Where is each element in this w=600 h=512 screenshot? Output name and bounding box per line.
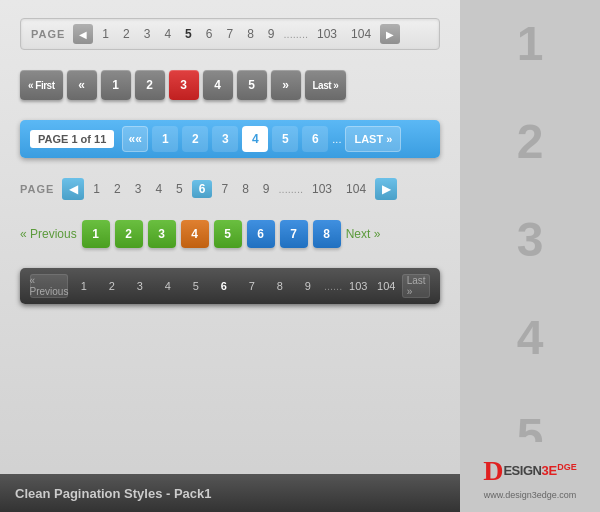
page-4-104[interactable]: 104 bbox=[341, 180, 371, 198]
brand-3edge: 3EDGE bbox=[541, 462, 576, 478]
dark-5[interactable]: 5 bbox=[184, 274, 208, 298]
page-1-104[interactable]: 104 bbox=[346, 25, 376, 43]
dark-dots: ...... bbox=[324, 280, 342, 292]
pagination-row-2: « First « 1 2 3 4 5 » Last » bbox=[20, 70, 440, 100]
page-4-7[interactable]: 7 bbox=[216, 180, 233, 198]
pagination-row-1: PAGE ◀ 1 2 3 4 5 6 7 8 9 ........ 103 10… bbox=[20, 18, 440, 50]
page-4-2[interactable]: 2 bbox=[109, 180, 126, 198]
brand-d: D bbox=[483, 455, 503, 487]
dark-7[interactable]: 7 bbox=[240, 274, 264, 298]
next-arrow-1[interactable]: ▶ bbox=[380, 24, 400, 44]
page-5-8[interactable]: 8 bbox=[313, 220, 341, 248]
page-1-3[interactable]: 3 bbox=[139, 25, 156, 43]
page-1-4[interactable]: 4 bbox=[159, 25, 176, 43]
page-2-4[interactable]: 4 bbox=[203, 70, 233, 100]
brand-esign: ESIGN bbox=[503, 463, 541, 478]
page-label-4: PAGE bbox=[20, 183, 54, 195]
pagination-row-3: PAGE 1 of 11 «« 1 2 3 4 5 6 ... LAST » bbox=[20, 120, 440, 158]
page-4-103[interactable]: 103 bbox=[307, 180, 337, 198]
next-arrow-4[interactable]: ▶ bbox=[375, 178, 397, 200]
blue-prev[interactable]: «« bbox=[122, 126, 148, 152]
page-4-5[interactable]: 5 bbox=[171, 180, 188, 198]
main-content: PAGE ◀ 1 2 3 4 5 6 7 8 9 ........ 103 10… bbox=[0, 0, 460, 512]
dots-1: ........ bbox=[284, 28, 308, 40]
blue-1[interactable]: 1 bbox=[152, 126, 178, 152]
page-5-6[interactable]: 6 bbox=[247, 220, 275, 248]
dark-prev[interactable]: « Previous bbox=[30, 274, 68, 298]
dark-103[interactable]: 103 bbox=[346, 274, 370, 298]
blue-last[interactable]: LAST » bbox=[345, 126, 401, 152]
page-1-6[interactable]: 6 bbox=[201, 25, 218, 43]
blue-dots: ... bbox=[332, 133, 341, 145]
page-4-3[interactable]: 3 bbox=[130, 180, 147, 198]
page-5-5[interactable]: 5 bbox=[214, 220, 242, 248]
page-5-1[interactable]: 1 bbox=[82, 220, 110, 248]
prev-arrow-1[interactable]: ◀ bbox=[73, 24, 93, 44]
first-button[interactable]: « First bbox=[20, 70, 63, 100]
blue-5[interactable]: 5 bbox=[272, 126, 298, 152]
dark-9[interactable]: 9 bbox=[296, 274, 320, 298]
dots-4: ........ bbox=[279, 183, 303, 195]
last-button[interactable]: Last » bbox=[305, 70, 347, 100]
page-2-3-active[interactable]: 3 bbox=[169, 70, 199, 100]
blue-page-label: PAGE 1 of 11 bbox=[30, 130, 114, 148]
page-1-1[interactable]: 1 bbox=[97, 25, 114, 43]
page-label-1: PAGE bbox=[31, 28, 65, 40]
dark-last[interactable]: Last » bbox=[402, 274, 430, 298]
blue-4-active[interactable]: 4 bbox=[242, 126, 268, 152]
side-num-2: 2 bbox=[470, 118, 590, 166]
page-2-1[interactable]: 1 bbox=[101, 70, 131, 100]
brand-logo: D ESIGN 3EDGE bbox=[483, 455, 577, 487]
dark-4[interactable]: 4 bbox=[156, 274, 180, 298]
dark-104[interactable]: 104 bbox=[374, 274, 398, 298]
page-4-8[interactable]: 8 bbox=[237, 180, 254, 198]
pagination-row-6: « Previous 1 2 3 4 5 6 7 8 9 ...... 103 … bbox=[20, 268, 440, 304]
side-num-1: 1 bbox=[470, 20, 590, 68]
page-4-9[interactable]: 9 bbox=[258, 180, 275, 198]
page-5-7[interactable]: 7 bbox=[280, 220, 308, 248]
page-2-5[interactable]: 5 bbox=[237, 70, 267, 100]
side-num-3: 3 bbox=[470, 216, 590, 264]
page-4-6-active[interactable]: 6 bbox=[192, 180, 213, 198]
dark-2[interactable]: 2 bbox=[100, 274, 124, 298]
page-5-4-active[interactable]: 4 bbox=[181, 220, 209, 248]
page-4-1[interactable]: 1 bbox=[88, 180, 105, 198]
page-5-3[interactable]: 3 bbox=[148, 220, 176, 248]
prev-button-2[interactable]: « bbox=[67, 70, 97, 100]
pagination-row-4: PAGE ◀ 1 2 3 4 5 6 7 8 9 ........ 103 10… bbox=[20, 178, 440, 200]
page-5-2[interactable]: 2 bbox=[115, 220, 143, 248]
page-1-5-active[interactable]: 5 bbox=[180, 25, 197, 43]
page-1-103[interactable]: 103 bbox=[312, 25, 342, 43]
blue-3[interactable]: 3 bbox=[212, 126, 238, 152]
next-link-5[interactable]: Next » bbox=[346, 227, 381, 241]
side-num-4: 4 bbox=[470, 314, 590, 362]
dark-3[interactable]: 3 bbox=[128, 274, 152, 298]
dark-1[interactable]: 1 bbox=[72, 274, 96, 298]
pagination-row-5: « Previous 1 2 3 4 5 6 7 8 Next » bbox=[20, 220, 440, 248]
page-4-4[interactable]: 4 bbox=[150, 180, 167, 198]
dark-8[interactable]: 8 bbox=[268, 274, 292, 298]
side-numbers: 1 2 3 4 5 6 bbox=[460, 0, 600, 512]
page-1-8[interactable]: 8 bbox=[242, 25, 259, 43]
page-2-2[interactable]: 2 bbox=[135, 70, 165, 100]
blue-2[interactable]: 2 bbox=[182, 126, 208, 152]
next-button-2[interactable]: » bbox=[271, 70, 301, 100]
brand-url: www.design3edge.com bbox=[484, 490, 577, 500]
page-1-2[interactable]: 2 bbox=[118, 25, 135, 43]
prev-link-5[interactable]: « Previous bbox=[20, 227, 77, 241]
prev-arrow-4[interactable]: ◀ bbox=[62, 178, 84, 200]
footer-bar: Clean Pagination Styles - Pack1 bbox=[0, 474, 460, 512]
page-1-7[interactable]: 7 bbox=[221, 25, 238, 43]
brand-area: D ESIGN 3EDGE www.design3edge.com bbox=[460, 442, 600, 512]
footer-text: Clean Pagination Styles - Pack1 bbox=[15, 486, 212, 501]
dark-6-active[interactable]: 6 bbox=[212, 274, 236, 298]
page-1-9[interactable]: 9 bbox=[263, 25, 280, 43]
blue-6[interactable]: 6 bbox=[302, 126, 328, 152]
